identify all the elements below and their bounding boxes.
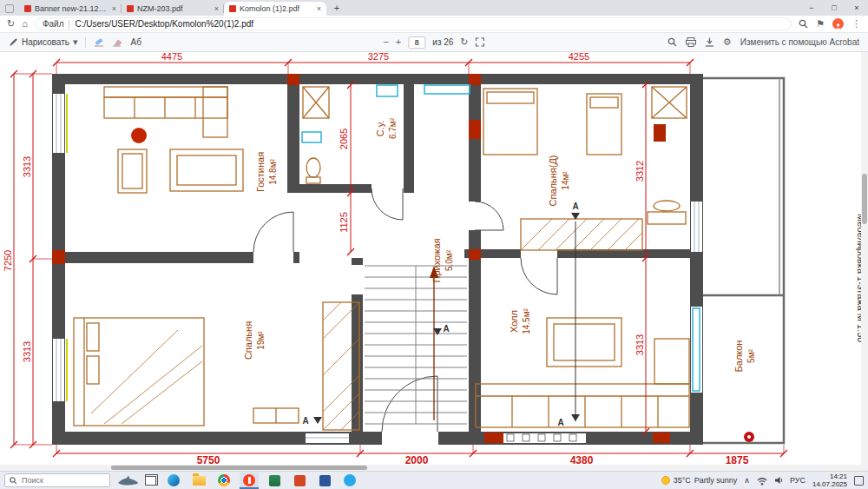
bed (587, 94, 621, 155)
svg-text:А: А (443, 324, 449, 334)
taskbar-yandex-browser-icon[interactable] (240, 472, 259, 489)
svg-text:3313: 3313 (22, 156, 32, 177)
taskbar-search[interactable] (4, 473, 110, 487)
double-bed (74, 318, 204, 426)
svg-text:4475: 4475 (161, 52, 182, 62)
tab-1[interactable]: Banner new-21.12 (2).pdf × (19, 2, 122, 16)
plumbing-fixtures (302, 85, 470, 142)
action-center-icon[interactable] (854, 476, 864, 486)
red-dot-marker (131, 128, 147, 143)
tab-close-icon[interactable]: × (317, 4, 321, 13)
page-number-input[interactable] (408, 36, 425, 49)
shark-icon[interactable] (116, 474, 139, 486)
svg-text:А: А (572, 202, 578, 211)
svg-text:5м²: 5м² (746, 348, 756, 362)
taskbar-powerpoint-icon[interactable] (290, 472, 309, 489)
toilet (306, 158, 320, 177)
bookmark-flag-icon[interactable]: ⚑ (816, 19, 825, 29)
taskbar-telegram-icon[interactable] (340, 472, 359, 489)
horizontal-scroll-thumb[interactable] (111, 466, 367, 470)
taskbar-excel-icon[interactable] (265, 472, 284, 489)
new-tab-button[interactable]: + (330, 1, 344, 15)
tab-close-icon[interactable]: × (112, 4, 116, 13)
taskbar-edge-icon[interactable] (164, 472, 183, 489)
draw-button[interactable]: Нарисовать ▾ (9, 37, 77, 47)
browser-window: Banner new-21.12 (2).pdf × NZM-203.pdf ×… (0, 0, 868, 489)
tab-close-icon[interactable]: × (214, 4, 219, 13)
tab-title: Komolon (1)2.pdf (240, 4, 313, 13)
zoom-out-icon[interactable]: − (383, 37, 388, 47)
taskbar-search-input[interactable] (20, 475, 105, 486)
home-icon[interactable]: ⌂ (22, 19, 28, 29)
pdf-favicon (229, 5, 236, 12)
eraser-icon[interactable] (112, 38, 122, 47)
tab-title: NZM-203.pdf (137, 4, 211, 13)
svg-text:19м²: 19м² (256, 331, 266, 350)
taskbar-file-explorer-icon[interactable] (189, 472, 208, 489)
refresh-icon[interactable]: ↻ (7, 19, 15, 29)
svg-text:14.8м²: 14.8м² (268, 158, 278, 184)
url-box[interactable]: Файл C:/Users/USER/Desktop/Komolon%20(1)… (35, 17, 792, 30)
download-icon[interactable] (705, 37, 714, 47)
windows (53, 94, 702, 443)
clock[interactable]: 14:21 14.07.2025 (812, 472, 847, 488)
room-label: Гостиная (255, 152, 266, 192)
room-label: Прихожая (431, 238, 442, 282)
settings-gear-icon[interactable]: ⚙ (723, 37, 732, 47)
page-total-label: из 26 (432, 37, 453, 47)
text-tool-button[interactable]: Аб (130, 37, 141, 47)
file-chip: Файл (43, 19, 64, 29)
svg-text:7250: 7250 (3, 250, 13, 271)
svg-text:А: А (557, 418, 563, 427)
close-button[interactable]: × (845, 0, 868, 16)
open-in-acrobat-link[interactable]: Изменить с помощью Acrobat (740, 37, 859, 47)
clock-time: 14:21 (812, 472, 847, 480)
svg-text:6.7м²: 6.7м² (388, 117, 398, 139)
tab-title: Banner new-21.12 (2).pdf (35, 4, 108, 13)
svg-text:14м²: 14м² (561, 171, 570, 190)
tab-3-active[interactable]: Komolon (1)2.pdf × (224, 2, 326, 16)
print-icon[interactable] (686, 37, 696, 47)
svg-text:4255: 4255 (569, 52, 589, 62)
room-label: Балкон (733, 340, 744, 373)
tray-chevron-icon[interactable]: ∧ (744, 476, 750, 485)
draw-label: Нарисовать (22, 37, 69, 47)
clock-date: 14.07.2025 (812, 480, 847, 488)
rotate-icon[interactable]: ↻ (460, 37, 468, 47)
profile-avatar[interactable] (832, 18, 844, 30)
minimize-button[interactable]: − (800, 0, 823, 16)
svg-text:3313: 3313 (22, 341, 32, 362)
pdf-favicon (127, 5, 134, 12)
vertical-scrollbar[interactable] (861, 52, 868, 471)
horizontal-scrollbar[interactable] (0, 465, 861, 471)
browser-logo-icon (5, 4, 14, 13)
svg-text:5.0м²: 5.0м² (444, 249, 454, 271)
svg-text:1125: 1125 (339, 212, 349, 233)
vertical-scroll-thumb[interactable] (862, 174, 867, 224)
language-indicator[interactable]: РУС (790, 476, 806, 485)
weather-widget[interactable]: 35°C Partly sunny (661, 476, 738, 485)
menu-icon[interactable]: ⋮ (852, 19, 861, 29)
zoom-in-icon[interactable]: + (396, 37, 401, 47)
tab-strip: Banner new-21.12 (2).pdf × NZM-203.pdf ×… (0, 0, 868, 16)
system-tray: 35°C Partly sunny ∧ РУС 14:21 14.07.2025 (661, 472, 864, 488)
task-view-icon[interactable] (145, 476, 156, 486)
page-controls: − + из 26 ↻ (383, 36, 484, 49)
taskbar-chrome-icon[interactable] (214, 472, 233, 489)
highlighter-icon[interactable] (94, 37, 104, 48)
tab-2[interactable]: NZM-203.pdf × (122, 2, 224, 16)
search-in-document-icon[interactable] (667, 37, 677, 47)
wardrobe (521, 219, 642, 250)
speaker-icon[interactable] (774, 476, 783, 485)
sofa (104, 87, 227, 97)
svg-text:3275: 3275 (368, 52, 389, 62)
maximize-button[interactable]: □ (823, 0, 845, 16)
search-icon (10, 477, 16, 485)
wifi-icon[interactable] (757, 476, 767, 486)
taskbar-word-icon[interactable] (315, 472, 334, 489)
svg-text:3312: 3312 (635, 161, 645, 182)
search-icon[interactable] (799, 19, 808, 29)
pencil-icon (9, 37, 18, 47)
chevron-down-icon: ▾ (73, 37, 78, 47)
fullscreen-icon[interactable] (476, 37, 485, 47)
